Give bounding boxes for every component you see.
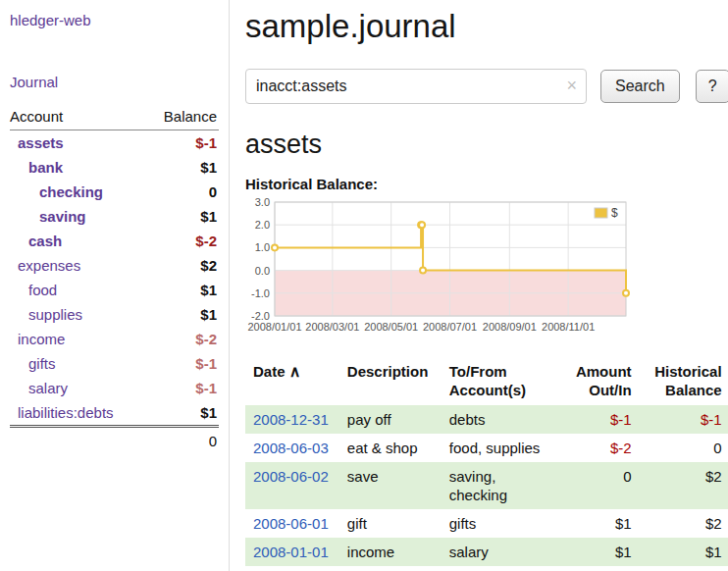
register-accounts: gifts — [442, 509, 557, 538]
accounts-header-balance: Balance — [147, 106, 219, 130]
nav-journal: Journal — [10, 74, 219, 90]
account-row: bank$1 — [10, 155, 219, 180]
register-date-link[interactable]: 2008-06-03 — [253, 440, 329, 456]
search-button[interactable]: Search — [600, 70, 680, 103]
journal-link[interactable]: Journal — [10, 74, 58, 90]
account-balance: $-1 — [147, 130, 219, 156]
main-content: sample.journal × Search ? assets Histori… — [230, 0, 728, 571]
search-input[interactable] — [245, 69, 587, 104]
legend-label: $ — [611, 206, 618, 220]
register-accounts: salary — [442, 538, 557, 566]
account-balance: $1 — [147, 204, 219, 229]
data-point-marker — [272, 244, 278, 250]
account-row: checking0 — [10, 180, 219, 204]
register-date-cell: 2008-06-01 — [245, 509, 339, 538]
register-row: 2008-06-01giftgifts$1$2 — [245, 509, 728, 538]
register-balance: $2 — [640, 462, 728, 509]
data-point-marker — [420, 268, 426, 274]
x-axis-tick-label: 2008/09/01 — [483, 321, 537, 333]
register-accounts: debts — [442, 405, 557, 434]
account-balance: $-2 — [147, 229, 219, 253]
register-row: 2008-12-31pay offdebts$-1$-1 — [245, 405, 728, 434]
register-header-accounts: To/From Account(s) — [442, 358, 557, 405]
data-point-marker — [623, 290, 629, 296]
register-date-cell: 2008-06-03 — [245, 434, 339, 462]
account-row: supplies$1 — [10, 302, 219, 327]
register-balance: $2 — [640, 509, 728, 538]
accounts-header-row: Account Balance — [10, 106, 219, 130]
app-title: hledger-web — [10, 12, 219, 28]
account-link[interactable]: saving — [39, 208, 86, 225]
accounts-header-account: Account — [10, 106, 147, 130]
account-link[interactable]: checking — [39, 183, 103, 200]
register-date-cell: 2008-01-01 — [245, 538, 339, 566]
account-balance: $-1 — [147, 376, 219, 400]
register-header-balance: Historical Balance — [640, 358, 728, 405]
account-link[interactable]: supplies — [28, 306, 82, 323]
account-row: cash$-2 — [10, 229, 219, 253]
search-field-wrap: × — [245, 69, 587, 104]
y-axis-tick-label: -1.0 — [251, 287, 270, 299]
register-date-link[interactable]: 2008-06-01 — [253, 515, 329, 532]
register-description: eat & shop — [339, 434, 442, 462]
account-row: income$-2 — [10, 327, 219, 351]
y-axis-tick-label: 0.0 — [255, 265, 270, 277]
account-heading: assets — [245, 130, 728, 160]
sidebar: hledger-web Journal Account Balance asse… — [0, 0, 230, 571]
y-axis-tick-label: 1.0 — [255, 241, 270, 253]
register-row: 2008-06-03eat & shopfood, supplies$-20 — [245, 434, 728, 462]
register-amount: $-1 — [557, 405, 640, 434]
register-table: Date ∧ Description To/From Account(s) Am… — [245, 358, 728, 566]
y-axis-tick-label: 2.0 — [255, 219, 270, 231]
account-row: gifts$-1 — [10, 351, 219, 376]
account-link[interactable]: bank — [28, 159, 63, 176]
register-amount: $-2 — [557, 434, 640, 462]
account-link[interactable]: salary — [28, 380, 68, 396]
register-header-row: Date ∧ Description To/From Account(s) Am… — [245, 358, 728, 405]
y-axis-tick-label: 3.0 — [255, 196, 270, 208]
register-amount: $1 — [557, 538, 640, 566]
account-balance: 0 — [147, 180, 219, 204]
account-link[interactable]: liabilities:debts — [18, 404, 114, 421]
search-form: × Search ? — [245, 69, 728, 104]
register-date-link[interactable]: 2008-06-02 — [253, 468, 329, 485]
register-row: 2008-06-02savesaving, checking0$2 — [245, 462, 728, 509]
register-row: 2008-01-01incomesalary$1$1 — [245, 538, 728, 566]
account-link[interactable]: food — [28, 282, 57, 298]
data-point-marker — [419, 222, 425, 228]
register-date-link[interactable]: 2008-12-31 — [253, 411, 329, 428]
register-date-link[interactable]: 2008-01-01 — [253, 544, 329, 560]
app-window: hledger-web Journal Account Balance asse… — [0, 0, 728, 571]
help-button[interactable]: ? — [696, 70, 728, 103]
clear-search-icon[interactable]: × — [566, 76, 577, 95]
account-link[interactable]: gifts — [28, 355, 56, 372]
date-header-label: Date — [253, 363, 286, 380]
legend-swatch — [595, 208, 607, 218]
account-link[interactable]: cash — [28, 233, 62, 249]
account-balance: $1 — [147, 155, 219, 180]
account-link[interactable]: income — [18, 331, 65, 347]
register-header-date[interactable]: Date ∧ — [245, 358, 339, 405]
register-amount: 0 — [557, 462, 640, 509]
register-balance: 0 — [640, 434, 728, 462]
register-accounts: food, supplies — [442, 434, 557, 462]
account-balance: $2 — [147, 253, 219, 278]
accounts-table: Account Balance assets$-1bank$1checking0… — [10, 106, 219, 453]
account-link[interactable]: assets — [18, 134, 64, 151]
register-description: save — [339, 462, 442, 509]
register-header-amount: Amount Out/In — [557, 358, 640, 405]
app-title-link[interactable]: hledger-web — [10, 12, 91, 28]
accounts-body: assets$-1bank$1checking0saving$1cash$-2e… — [10, 130, 219, 427]
account-balance: $-1 — [147, 351, 219, 376]
x-axis-tick-label: 2008/07/01 — [423, 321, 477, 333]
register-description: income — [339, 538, 442, 566]
register-description: pay off — [339, 405, 442, 434]
account-balance: $1 — [147, 278, 219, 302]
account-link[interactable]: expenses — [18, 257, 80, 274]
register-description: gift — [339, 509, 442, 538]
sort-ascending-icon: ∧ — [289, 363, 301, 380]
x-axis-tick-label: 2008/05/01 — [364, 321, 418, 333]
register-balance: $1 — [640, 538, 728, 566]
accounts-total: 0 — [10, 427, 219, 454]
register-body: 2008-12-31pay offdebts$-1$-12008-06-03ea… — [245, 405, 728, 566]
